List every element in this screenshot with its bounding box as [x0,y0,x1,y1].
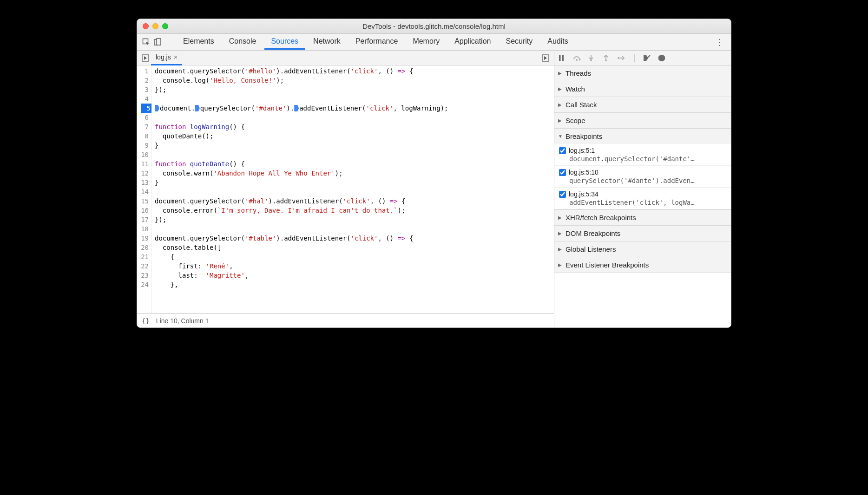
line-number[interactable]: 11 [141,159,149,169]
code-line: console.table([ [155,243,551,252]
line-number[interactable]: 6 [141,113,149,122]
line-number[interactable]: 17 [141,215,149,224]
svg-rect-5 [559,55,561,61]
line-number[interactable]: 14 [141,187,149,196]
breakpoint-checkbox[interactable] [559,169,566,176]
more-options-icon[interactable]: ⋮ [711,37,727,47]
section-watch[interactable]: ▶Watch [554,81,731,97]
svg-point-9 [605,59,607,61]
code-line: console.warn('Abandon Hope All Ye Who En… [155,169,551,178]
triangle-right-icon: ▶ [558,247,563,252]
line-number[interactable]: 19 [141,234,149,243]
close-file-icon[interactable]: × [174,53,178,61]
pause-on-exceptions-icon[interactable] [658,54,666,62]
section-label: Breakpoints [566,132,602,140]
code-line: }, [155,280,551,289]
line-number[interactable]: 20 [141,243,149,252]
code-line: document.querySelector('#hello').addEven… [155,66,551,76]
line-number[interactable]: 8 [141,131,149,141]
breakpoint-item[interactable]: log.js:5:10querySelector('#dante').addEv… [554,166,731,188]
line-number[interactable]: 1 [141,66,149,76]
breakpoint-item[interactable]: log.js:5:1document.querySelector('#dante… [554,144,731,166]
code-line [155,187,551,196]
minimize-window-button[interactable] [152,23,158,29]
tab-application[interactable]: Application [448,34,497,50]
tab-security[interactable]: Security [499,34,539,50]
code-line: } [155,141,551,150]
line-number[interactable]: 21 [141,252,149,261]
breakpoint-item[interactable]: log.js:5:34addEventListener('click', log… [554,188,731,209]
step-out-icon[interactable] [603,55,611,61]
line-number[interactable]: 16 [141,206,149,215]
pause-icon[interactable] [558,55,566,61]
tab-audits[interactable]: Audits [541,34,574,50]
deactivate-breakpoints-icon[interactable] [643,55,651,61]
section-dom-breakpoints[interactable]: ▶DOM Breakpoints [554,226,731,241]
zoom-window-button[interactable] [162,23,168,29]
format-code-icon[interactable]: {} [142,317,150,325]
line-number[interactable]: 7 [141,122,149,131]
section-xhr-fetch-breakpoints[interactable]: ▶XHR/fetch Breakpoints [554,210,731,225]
line-number[interactable]: 2 [141,76,149,85]
section-scope[interactable]: ▶Scope [554,113,731,128]
section-label: Event Listener Breakpoints [566,261,649,269]
section-breakpoints[interactable]: ▼Breakpoints [554,129,731,144]
line-number[interactable]: 22 [141,261,149,271]
line-number[interactable]: 3 [141,85,149,94]
tab-elements[interactable]: Elements [177,34,221,50]
breakpoint-marker-icon[interactable] [294,105,299,111]
file-tabs-bar: log.js × [137,51,554,65]
show-debugger-icon[interactable] [540,52,551,64]
code-line: }); [155,215,551,224]
tab-console[interactable]: Console [223,34,263,50]
line-number[interactable]: 13 [141,178,149,187]
section-event-listener-breakpoints[interactable]: ▶Event Listener Breakpoints [554,257,731,273]
close-window-button[interactable] [143,23,149,29]
step-icon[interactable] [618,55,626,61]
tab-sources[interactable]: Sources [264,34,305,50]
status-bar: {} Line 10, Column 1 [137,313,554,327]
line-number[interactable]: 4 [141,94,149,104]
breakpoint-snippet: querySelector('#dante').addEven… [569,177,727,184]
tab-performance[interactable]: Performance [349,34,405,50]
step-into-icon[interactable] [588,55,596,61]
section-call-stack[interactable]: ▶Call Stack [554,97,731,112]
line-number[interactable]: 9 [141,141,149,150]
tab-memory[interactable]: Memory [406,34,446,50]
breakpoint-checkbox[interactable] [559,191,566,198]
line-number[interactable]: 10 [141,150,149,159]
section-global-listeners[interactable]: ▶Global Listeners [554,241,731,257]
line-number[interactable]: 5 [141,104,151,113]
section-label: Call Stack [566,101,597,109]
tab-network[interactable]: Network [307,34,347,50]
code-line: }); [155,85,551,94]
line-number[interactable]: 18 [141,224,149,234]
section-threads[interactable]: ▶Threads [554,65,731,81]
device-toolbar-icon[interactable] [152,37,163,48]
code-line: quoteDante(); [155,131,551,141]
main-tabs-bar: ElementsConsoleSourcesNetworkPerformance… [137,34,731,51]
window-controls [143,23,168,29]
line-number[interactable]: 15 [141,196,149,206]
line-number[interactable]: 12 [141,169,149,178]
divider [168,38,168,47]
code-line: } [155,178,551,187]
code-line [155,224,551,234]
code-editor[interactable]: 123456789101112131415161718192021222324 … [137,65,554,313]
breakpoint-marker-icon[interactable] [195,105,200,111]
inspect-element-icon[interactable] [141,37,152,48]
breakpoint-marker-icon[interactable] [155,105,159,111]
breakpoint-checkbox[interactable] [559,147,566,154]
line-number[interactable]: 23 [141,271,149,280]
code-line: function logWarning() { [155,122,551,131]
line-number[interactable]: 24 [141,280,149,289]
step-over-icon[interactable] [573,55,581,61]
cursor-position: Line 10, Column 1 [156,317,209,325]
breakpoint-location: log.js:5:10 [569,169,598,176]
file-tab-log-js[interactable]: log.js × [151,51,182,65]
section-label: Threads [566,69,591,77]
section-label: Global Listeners [566,245,616,253]
show-navigator-icon[interactable] [140,52,151,64]
section-label: Watch [566,85,585,93]
triangle-right-icon: ▶ [558,262,563,267]
